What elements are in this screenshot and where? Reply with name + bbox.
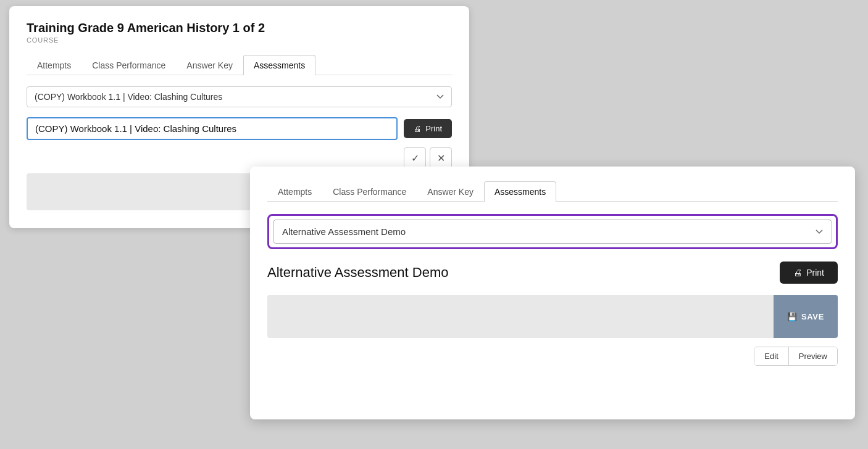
editable-input[interactable]: [27, 117, 398, 140]
assessment-title: Alternative Assessment Demo: [267, 265, 448, 281]
tab-answer-key-bg[interactable]: Answer Key: [176, 55, 243, 75]
print-button-front[interactable]: 🖨 Print: [780, 262, 838, 284]
editable-row: 🖨 Print: [27, 117, 452, 140]
cancel-button[interactable]: ✕: [430, 147, 452, 168]
tab-assessments-front[interactable]: Assessments: [484, 181, 556, 202]
preview-button[interactable]: Preview: [789, 347, 837, 365]
tab-answer-key-front[interactable]: Answer Key: [417, 181, 484, 202]
tab-class-performance-bg[interactable]: Class Performance: [81, 55, 176, 75]
save-icon: 💾: [787, 312, 798, 321]
edit-preview-group: Edit Preview: [754, 347, 838, 366]
tab-assessments-bg[interactable]: Assessments: [243, 55, 315, 75]
check-icon: ✓: [411, 152, 419, 164]
background-tabs: Attempts Class Performance Answer Key As…: [27, 55, 452, 75]
background-select-row: (COPY) Workbook 1.1 | Video: Clashing Cu…: [27, 86, 452, 107]
tab-attempts-bg[interactable]: Attempts: [27, 55, 81, 75]
save-label: SAVE: [801, 312, 824, 321]
course-title: Training Grade 9 American History 1 of 2: [27, 21, 452, 35]
highlighted-select-wrapper: Alternative Assessment Demo: [267, 214, 838, 249]
content-row: 💾 SAVE: [267, 295, 838, 338]
printer-icon-bg: 🖨: [414, 124, 422, 133]
front-title-row: Alternative Assessment Demo 🖨 Print: [267, 262, 838, 284]
content-placeholder: [267, 295, 774, 338]
tab-class-performance-front[interactable]: Class Performance: [322, 181, 417, 202]
print-label-bg: Print: [425, 124, 442, 133]
times-icon: ✕: [437, 152, 445, 164]
printer-icon-front: 🖨: [793, 268, 802, 278]
course-label: COURSE: [27, 36, 452, 44]
print-button-bg[interactable]: 🖨 Print: [404, 119, 452, 138]
edit-button[interactable]: Edit: [754, 347, 788, 365]
confirm-row: ✓ ✕: [27, 147, 452, 168]
tab-attempts-front[interactable]: Attempts: [267, 181, 322, 202]
foreground-tabs: Attempts Class Performance Answer Key As…: [267, 181, 838, 202]
save-button[interactable]: 💾 SAVE: [774, 295, 838, 338]
confirm-button[interactable]: ✓: [404, 147, 426, 168]
foreground-card: Attempts Class Performance Answer Key As…: [250, 167, 855, 419]
print-label-front: Print: [806, 268, 824, 278]
edit-preview-row: Edit Preview: [267, 347, 838, 366]
background-select[interactable]: (COPY) Workbook 1.1 | Video: Clashing Cu…: [27, 86, 452, 107]
assessment-select[interactable]: Alternative Assessment Demo: [273, 220, 832, 244]
